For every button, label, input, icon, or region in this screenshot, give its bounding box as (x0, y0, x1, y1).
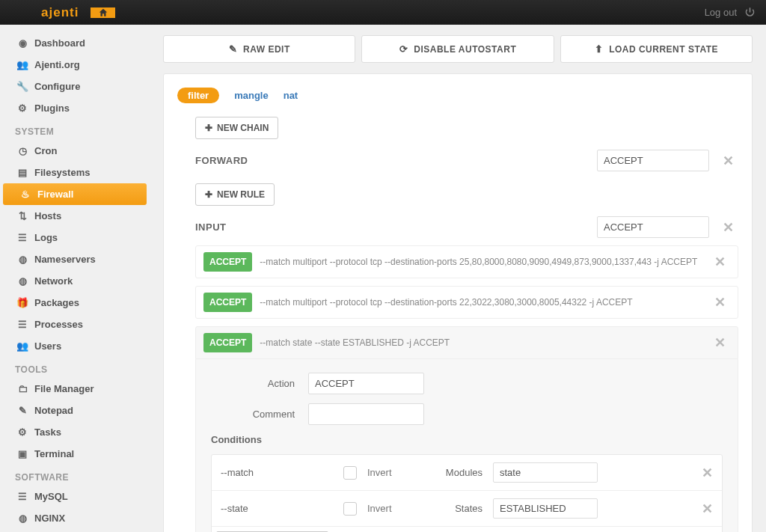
users-icon: 👥 (16, 340, 28, 352)
users-icon: 👥 (16, 59, 28, 70)
tab-nat[interactable]: nat (284, 90, 298, 101)
sidebar-item-filesystems[interactable]: ▤Filesystems (0, 162, 150, 183)
plus-icon: ✚ (205, 189, 212, 200)
chain-input: INPUT ✕ (195, 216, 738, 238)
action-label: Action (211, 378, 308, 389)
rule-1-remove[interactable]: ✕ (710, 254, 730, 270)
sidebar-item-nameservers[interactable]: ◍Nameservers (0, 248, 150, 270)
plus-icon: ✚ (205, 123, 212, 133)
sidebar-item-openvpn[interactable]: ◍OpenVPN (0, 529, 150, 532)
condition-1-remove[interactable]: ✕ (702, 465, 713, 481)
main: ✎RAW EDIT ⟳DISABLE AUTOSTART ⬆LOAD CURRE… (150, 25, 766, 532)
rule-3-remove[interactable]: ✕ (710, 334, 730, 351)
list-icon: ☰ (16, 232, 28, 243)
sidebar-item-dashboard[interactable]: ◉Dashboard (0, 32, 150, 54)
condition-2-invert-checkbox[interactable] (343, 502, 357, 516)
list-icon: ☰ (16, 319, 28, 330)
condition-2-field-label: States (423, 503, 482, 514)
conditions-table: --match Invert Modules ✕ --state Invert … (211, 454, 723, 532)
rule-3[interactable]: ACCEPT --match state --state ESTABLISHED… (195, 326, 738, 359)
wrench-icon: 🔧 (16, 81, 28, 92)
rule-1[interactable]: ACCEPT --match multiport --protocol tcp … (195, 245, 738, 278)
home-button[interactable] (91, 7, 115, 18)
sidebar-item-terminal[interactable]: ▣Terminal (0, 443, 150, 465)
sidebar-item-configure[interactable]: 🔧Configure (0, 76, 150, 97)
sidebar: ◉Dashboard 👥Ajenti.org 🔧Configure ⚙Plugi… (0, 25, 150, 532)
sidebar-item-network[interactable]: ◍Network (0, 270, 150, 292)
sidebar-section-software: SOFTWARE (0, 465, 150, 486)
sidebar-item-tasks[interactable]: ⚙Tasks (0, 421, 150, 443)
condition-2-remove[interactable]: ✕ (702, 501, 713, 517)
topbar-right: Log out (705, 0, 766, 25)
comment-label: Comment (211, 409, 308, 420)
sidebar-item-packages[interactable]: 🎁Packages (0, 292, 150, 314)
sidebar-section-tools: TOOLS (0, 357, 150, 378)
globe-icon: ◍ (16, 275, 28, 287)
sidebar-item-ajenti-org[interactable]: 👥Ajenti.org (0, 54, 150, 76)
dashboard-icon: ◉ (16, 37, 28, 49)
sidebar-item-logs[interactable]: ☰Logs (0, 227, 150, 248)
raw-edit-button[interactable]: ✎RAW EDIT (163, 35, 355, 63)
hdd-icon: ▤ (16, 167, 28, 178)
invert-label: Invert (367, 467, 412, 478)
rule-2-tag: ACCEPT (203, 293, 252, 312)
condition-1-input[interactable] (493, 462, 598, 483)
cogs-icon: ⚙ (16, 103, 28, 114)
table-icon: ☰ (16, 491, 28, 502)
tabnav: filter mangle nat (177, 88, 738, 103)
tab-filter[interactable]: filter (177, 88, 219, 103)
conditions-title: Conditions (211, 434, 723, 445)
condition-1-invert-checkbox[interactable] (343, 466, 357, 480)
rule-3-tag: ACCEPT (203, 333, 252, 352)
chain-input-remove[interactable]: ✕ (718, 219, 738, 236)
toolbar: ✎RAW EDIT ⟳DISABLE AUTOSTART ⬆LOAD CURRE… (163, 35, 753, 63)
chain-input-default[interactable] (597, 216, 709, 238)
new-rule-button[interactable]: ✚NEW RULE (195, 183, 275, 206)
logout-link[interactable]: Log out (705, 7, 737, 18)
rule-2-remove[interactable]: ✕ (710, 294, 730, 311)
sidebar-item-hosts[interactable]: ⇅Hosts (0, 205, 150, 227)
chain-forward-default[interactable] (597, 150, 709, 171)
sidebar-item-cron[interactable]: ◷Cron (0, 140, 150, 162)
rule-2-desc: --match multiport --protocol tcp --desti… (260, 297, 702, 308)
tab-mangle[interactable]: mangle (234, 90, 269, 101)
brand-text: ajenti (0, 5, 91, 20)
rule-1-tag: ACCEPT (203, 252, 252, 272)
condition-1-opt: --match (221, 467, 333, 478)
fire-icon: ♨ (19, 189, 31, 200)
condition-1: --match Invert Modules ✕ (212, 455, 722, 491)
chain-forward-title: FORWARD (195, 155, 248, 166)
sidebar-item-nginx[interactable]: ◍NGINX (0, 507, 150, 529)
chain-forward: FORWARD ✕ (195, 150, 738, 171)
sidebar-item-plugins[interactable]: ⚙Plugins (0, 97, 150, 119)
sidebar-item-users[interactable]: 👥Users (0, 335, 150, 357)
add-option-row: Add option ▼ (212, 527, 722, 532)
condition-2-opt: --state (221, 503, 333, 514)
rule-1-desc: --match multiport --protocol tcp --desti… (260, 257, 702, 267)
globe-icon: ◍ (16, 254, 28, 265)
power-icon[interactable] (744, 7, 756, 18)
condition-2-input[interactable] (493, 498, 598, 519)
rule-3-desc: --match state --state ESTABLISHED -j ACC… (260, 337, 702, 348)
invert-label: Invert (367, 503, 412, 514)
load-current-state-button[interactable]: ⬆LOAD CURRENT STATE (560, 35, 753, 63)
sidebar-item-processes[interactable]: ☰Processes (0, 314, 150, 335)
refresh-icon: ⟳ (399, 43, 408, 55)
folder-icon: 🗀 (16, 383, 28, 394)
pencil-icon: ✎ (229, 43, 238, 55)
panel: filter mangle nat ✚NEW CHAIN FORWARD ✕ ✚… (163, 73, 753, 532)
clock-icon: ◷ (16, 145, 28, 156)
action-input[interactable] (308, 373, 424, 394)
condition-1-field-label: Modules (423, 467, 482, 478)
sitemap-icon: ⇅ (16, 210, 28, 221)
sidebar-item-notepad[interactable]: ✎Notepad (0, 400, 150, 421)
comment-input[interactable] (308, 403, 424, 425)
rule-2[interactable]: ACCEPT --match multiport --protocol tcp … (195, 286, 738, 319)
new-chain-button[interactable]: ✚NEW CHAIN (195, 117, 278, 139)
sidebar-item-mysql[interactable]: ☰MySQL (0, 486, 150, 507)
disable-autostart-button[interactable]: ⟳DISABLE AUTOSTART (361, 35, 554, 63)
sidebar-item-firewall[interactable]: ♨Firewall (3, 183, 147, 205)
chain-forward-remove[interactable]: ✕ (718, 153, 738, 169)
sidebar-item-file-manager[interactable]: 🗀File Manager (0, 378, 150, 400)
rule-3-editor: Action Comment Conditions --match Invert (195, 359, 738, 532)
